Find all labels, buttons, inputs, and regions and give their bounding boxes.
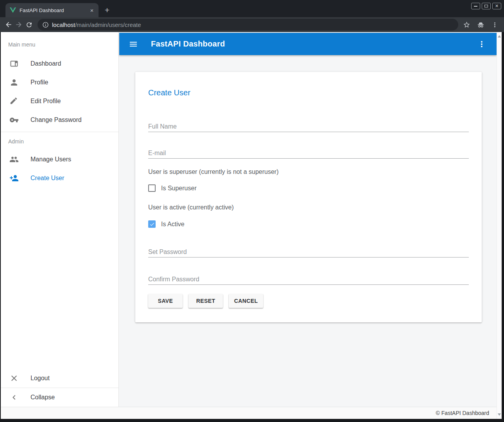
sidebar-item-profile[interactable]: Profile — [1, 73, 118, 92]
incognito-icon — [477, 21, 485, 29]
sidebar-item-collapse[interactable]: Collapse — [1, 388, 118, 407]
form-buttons: SAVE RESET CANCEL — [148, 294, 469, 308]
dashboard-icon — [9, 59, 19, 68]
tab-title: FastAPI Dashboard — [20, 7, 85, 13]
browser-toolbar: localhost/main/admin/users/create — [0, 17, 504, 32]
minimize-icon — [474, 6, 477, 7]
appbar-title: FastAPI Dashboard — [151, 39, 225, 48]
checkbox-box[interactable] — [148, 220, 156, 228]
vue-favicon-icon — [10, 7, 16, 13]
browser-menu-icon[interactable] — [491, 21, 499, 29]
sidebar-item-label: Change Password — [30, 116, 82, 123]
maximize-button[interactable] — [482, 3, 491, 9]
sidebar-item-logout[interactable]: Logout — [1, 369, 118, 388]
appbar-menu-icon[interactable] — [477, 39, 486, 49]
superuser-hint: User is superuser (currently is not a su… — [148, 168, 469, 176]
sidebar-bottom: Logout Collapse — [1, 369, 118, 407]
sidebar-item-label: Logout — [30, 375, 50, 382]
logout-close-icon — [9, 374, 19, 383]
key-icon — [9, 115, 19, 125]
is-superuser-checkbox[interactable]: Is Superuser — [148, 184, 469, 192]
url-path: /main/admin/users/create — [75, 21, 141, 28]
sidebar-admin-items: Manage Users Create User — [1, 150, 118, 188]
minimize-button[interactable] — [471, 3, 480, 9]
sidebar-main-items: Dashboard Profile Edit Profile — [1, 54, 118, 129]
sidebar-item-label: Profile — [30, 79, 48, 86]
sidebar: Main menu Dashboard — [1, 32, 119, 407]
cancel-button[interactable]: CANCEL — [229, 294, 263, 308]
vertical-scrollbar[interactable] — [497, 32, 502, 419]
close-button[interactable]: ✕ — [492, 3, 501, 9]
content-area: Create User User is superuser (currently… — [119, 55, 497, 407]
sidebar-section-admin: Admin — [8, 138, 118, 145]
copyright-text: © FastAPI Dashboard — [436, 410, 489, 416]
person-icon — [9, 78, 19, 87]
reload-button[interactable] — [24, 20, 34, 29]
set-password-input[interactable] — [148, 247, 469, 257]
tab-close-icon[interactable]: × — [88, 7, 95, 14]
sidebar-item-label: Create User — [30, 175, 64, 182]
hamburger-menu-icon[interactable] — [129, 39, 138, 49]
scroll-down-icon[interactable] — [498, 413, 501, 416]
page-viewport: Main menu Dashboard — [1, 32, 502, 419]
url-text: localhost/main/admin/users/create — [52, 21, 141, 28]
confirm-password-input[interactable] — [148, 274, 469, 285]
checkbox-box[interactable] — [148, 184, 156, 192]
sidebar-item-dashboard[interactable]: Dashboard — [1, 54, 118, 73]
chevron-left-icon — [9, 393, 19, 402]
sidebar-divider — [1, 132, 118, 132]
main-area: FastAPI Dashboard Create User User is su… — [119, 32, 497, 407]
browser-window: FastAPI Dashboard × + ✕ localhost/main/a… — [0, 0, 504, 422]
toolbar-right-icons — [463, 21, 499, 29]
sidebar-item-label: Dashboard — [30, 60, 61, 67]
window-controls: ✕ — [471, 3, 501, 9]
is-active-checkbox[interactable]: Is Active — [148, 220, 469, 228]
sidebar-item-label: Collapse — [30, 394, 55, 401]
forward-button[interactable] — [14, 20, 23, 29]
create-user-card: Create User User is superuser (currently… — [135, 72, 482, 322]
sidebar-section-main-menu: Main menu — [8, 41, 118, 48]
browser-tab[interactable]: FastAPI Dashboard × — [5, 3, 99, 17]
sidebar-item-manage-users[interactable]: Manage Users — [1, 150, 118, 169]
tab-strip: FastAPI Dashboard × + ✕ — [0, 0, 504, 17]
people-icon — [9, 155, 19, 164]
scroll-up-icon[interactable] — [498, 35, 501, 38]
page-title: Create User — [148, 88, 469, 98]
sidebar-item-edit-profile[interactable]: Edit Profile — [1, 92, 118, 111]
new-tab-button[interactable]: + — [102, 5, 112, 15]
is-superuser-label: Is Superuser — [161, 185, 197, 192]
pencil-icon — [9, 97, 19, 106]
active-hint: User is active (currently active) — [148, 204, 469, 211]
site-info-icon[interactable] — [42, 21, 49, 28]
bookmark-star-icon[interactable] — [463, 21, 470, 29]
reset-button[interactable]: RESET — [188, 294, 223, 308]
sidebar-item-label: Manage Users — [30, 156, 71, 163]
page-footer: © FastAPI Dashboard — [1, 407, 502, 419]
sidebar-item-change-password[interactable]: Change Password — [1, 111, 118, 129]
email-input[interactable] — [148, 148, 469, 159]
close-window-icon: ✕ — [495, 4, 499, 8]
sidebar-item-label: Edit Profile — [30, 98, 61, 105]
save-button[interactable]: SAVE — [148, 294, 183, 308]
app-bar: FastAPI Dashboard — [119, 33, 497, 55]
full-name-input[interactable] — [148, 121, 469, 132]
back-button[interactable] — [4, 20, 13, 29]
maximize-icon — [484, 5, 488, 7]
url-host: localhost — [52, 21, 75, 28]
address-bar[interactable]: localhost/main/admin/users/create — [38, 19, 458, 30]
person-add-icon — [9, 173, 19, 183]
is-active-label: Is Active — [161, 221, 185, 228]
sidebar-item-create-user[interactable]: Create User — [1, 169, 118, 188]
checkmark-icon — [149, 222, 155, 227]
